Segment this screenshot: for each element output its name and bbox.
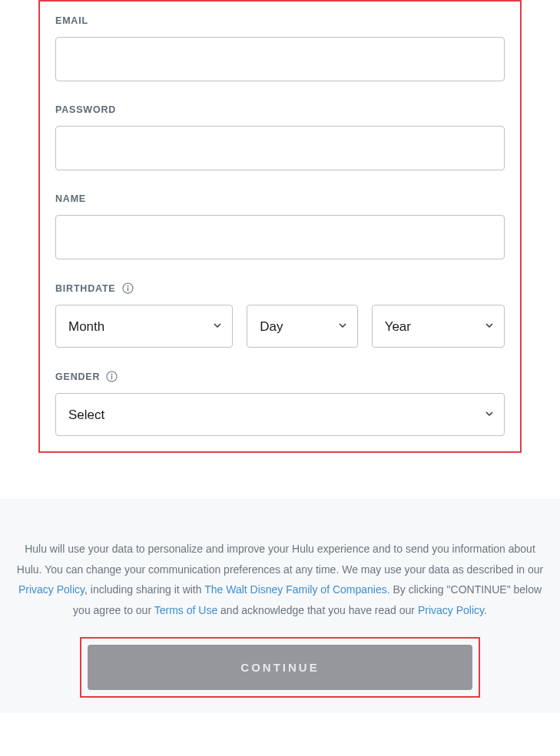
gender-row: Select (55, 393, 505, 436)
svg-rect-5 (111, 376, 112, 380)
gender-select-wrap: Select (55, 393, 505, 436)
continue-highlight-box: CONTINUE (80, 637, 480, 698)
bottom-section: Hulu will use your data to personalize a… (0, 499, 560, 713)
month-select-wrap: Month (55, 305, 233, 348)
email-input[interactable] (55, 37, 505, 81)
legal-segment: . (484, 604, 487, 616)
birthdate-row: Month Day Year (55, 305, 505, 348)
gender-select[interactable]: Select (55, 393, 505, 436)
name-input[interactable] (55, 215, 505, 259)
form-section: EMAIL PASSWORD NAME BIRTHDATE Month (0, 0, 560, 453)
month-select[interactable]: Month (55, 305, 233, 348)
terms-of-use-link[interactable]: Terms of Use (154, 604, 217, 616)
email-label: EMAIL (55, 15, 505, 26)
svg-point-1 (127, 286, 128, 287)
birthdate-label-text: BIRTHDATE (55, 283, 116, 294)
gender-group: GENDER Select (55, 371, 505, 436)
continue-button[interactable]: CONTINUE (88, 645, 472, 690)
password-group: PASSWORD (55, 104, 505, 170)
legal-segment: and acknowledge that you have read our (217, 604, 418, 616)
password-label: PASSWORD (55, 104, 505, 115)
privacy-policy-link-2[interactable]: Privacy Policy (418, 604, 484, 616)
disney-family-link[interactable]: The Walt Disney Family of Companies (204, 583, 387, 596)
day-select-wrap: Day (247, 305, 357, 348)
year-select-wrap: Year (372, 305, 505, 348)
legal-segment: Hulu will use your data to personalize a… (17, 543, 543, 576)
gender-label-text: GENDER (55, 371, 100, 382)
privacy-policy-link[interactable]: Privacy Policy (18, 583, 84, 596)
svg-rect-2 (127, 288, 128, 292)
form-highlight-box: EMAIL PASSWORD NAME BIRTHDATE Month (38, 0, 522, 453)
email-group: EMAIL (55, 15, 505, 81)
birthdate-label: BIRTHDATE (55, 282, 505, 294)
name-label: NAME (55, 193, 505, 204)
day-select[interactable]: Day (247, 305, 357, 348)
info-icon[interactable] (106, 371, 118, 382)
gender-label: GENDER (55, 371, 505, 382)
svg-point-4 (111, 374, 113, 375)
legal-segment: , including sharing it with (84, 583, 204, 596)
name-group: NAME (55, 193, 505, 259)
info-icon[interactable] (122, 282, 134, 294)
legal-text: Hulu will use your data to personalize a… (15, 539, 545, 620)
year-select[interactable]: Year (372, 305, 505, 348)
password-input[interactable] (55, 126, 505, 170)
birthdate-group: BIRTHDATE Month Day (55, 282, 505, 348)
